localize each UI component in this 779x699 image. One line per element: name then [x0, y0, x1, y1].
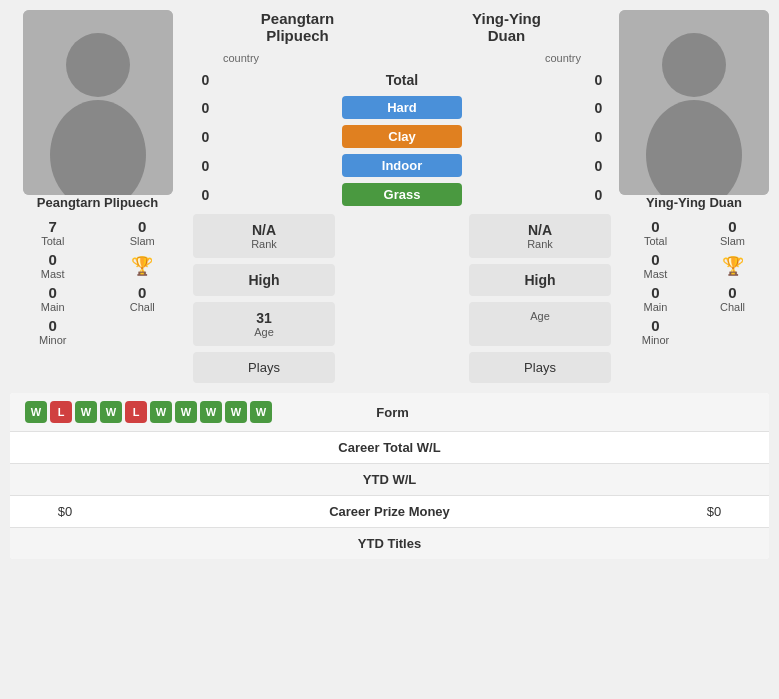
center-col: Peangtarn Plipuech Ying-Ying Duan countr… — [193, 10, 611, 383]
right-country-flag: country — [545, 52, 581, 64]
right-total-value: 0 — [651, 218, 659, 235]
left-main-value: 0 — [49, 284, 57, 301]
trophy-icon-left: 🏆 — [131, 255, 153, 277]
left-rank-lbl: Rank — [205, 238, 323, 250]
form-badge-6: W — [175, 401, 197, 423]
right-total-stat: 0 Total — [619, 218, 692, 247]
grass-score-row: 0 Grass 0 — [193, 183, 611, 206]
right-player-col: Ying-Ying Duan 0 Total 0 Slam 0 Mast 🏆 — [619, 10, 769, 383]
left-minor-value: 0 — [49, 317, 57, 334]
indoor-score-left: 0 — [193, 158, 218, 174]
grass-btn-wrap: Grass — [218, 183, 586, 206]
form-badge-9: W — [250, 401, 272, 423]
clay-btn-wrap: Clay — [218, 125, 586, 148]
clay-score-right: 0 — [586, 129, 611, 145]
left-player-name-center: Peangtarn Plipuech — [193, 10, 402, 44]
ytd-wl-label: YTD W/L — [105, 472, 674, 487]
indoor-surface-btn[interactable]: Indoor — [342, 154, 462, 177]
form-badge-7: W — [200, 401, 222, 423]
left-minor-stat: 0 Minor — [10, 317, 96, 346]
country-row: country country — [193, 52, 611, 64]
career-total-row: Career Total W/L — [10, 432, 769, 464]
right-minor-stat: 0 Minor — [619, 317, 692, 346]
right-player-avatar — [619, 10, 769, 195]
left-minor-label: Minor — [39, 334, 67, 346]
right-age-box: Age — [469, 302, 611, 346]
left-mast-label: Mast — [41, 268, 65, 280]
form-badge-0: W — [25, 401, 47, 423]
clay-surface-btn[interactable]: Clay — [342, 125, 462, 148]
right-high-val: High — [481, 272, 599, 288]
form-label: Form — [272, 405, 513, 420]
lower-stat-boxes: N/A Rank N/A Rank — [193, 214, 611, 258]
left-total-stat: 7 Total — [10, 218, 96, 247]
age-row: 31 Age Age — [193, 302, 611, 346]
form-badge-4: L — [125, 401, 147, 423]
form-badge-3: W — [100, 401, 122, 423]
right-rank-lbl: Rank — [481, 238, 599, 250]
left-rank-val: N/A — [205, 222, 323, 238]
right-chall-value: 0 — [728, 284, 736, 301]
form-badge-1: L — [50, 401, 72, 423]
left-mast-stat: 0 Mast — [10, 251, 96, 280]
ytd-titles-label: YTD Titles — [105, 536, 674, 551]
center-spacer3 — [343, 302, 461, 346]
main-container: Peangtarn Plipuech 7 Total 0 Slam 0 Mast… — [0, 0, 779, 569]
svg-point-1 — [66, 33, 130, 97]
hard-score-right: 0 — [586, 100, 611, 116]
center-spacer — [343, 214, 461, 258]
prize-money-right: $0 — [674, 504, 754, 519]
left-chall-label: Chall — [130, 301, 155, 313]
right-mast-label: Mast — [644, 268, 668, 280]
clay-score-row: 0 Clay 0 — [193, 125, 611, 148]
right-main-value: 0 — [651, 284, 659, 301]
left-rank-box: N/A Rank — [193, 214, 335, 258]
form-badges: WLWWLWWWWW — [25, 401, 272, 423]
clay-score-left: 0 — [193, 129, 218, 145]
total-score-left: 0 — [193, 72, 218, 88]
left-high-box: High — [193, 264, 335, 296]
left-slam-stat: 0 Slam — [100, 218, 186, 247]
grass-surface-btn[interactable]: Grass — [342, 183, 462, 206]
left-age-box: 31 Age — [193, 302, 335, 346]
hard-score-row: 0 Hard 0 — [193, 96, 611, 119]
right-minor-label: Minor — [642, 334, 670, 346]
right-player-name-center: Ying-Ying Duan — [402, 10, 611, 44]
total-score-right: 0 — [586, 72, 611, 88]
right-slam-stat: 0 Slam — [696, 218, 769, 247]
right-plays-lbl: Plays — [481, 360, 599, 375]
player-comparison-section: Peangtarn Plipuech 7 Total 0 Slam 0 Mast… — [10, 10, 769, 383]
left-player-avatar — [23, 10, 173, 195]
center-names-row: Peangtarn Plipuech Ying-Ying Duan — [193, 10, 611, 44]
center-spacer2 — [343, 264, 461, 296]
left-age-lbl: Age — [205, 326, 323, 338]
right-trophy: 🏆 — [696, 251, 769, 280]
prize-money-row: $0 Career Prize Money $0 — [10, 496, 769, 528]
left-player-stats: 7 Total 0 Slam 0 Mast 🏆 0 Main — [10, 218, 185, 346]
svg-point-4 — [662, 33, 726, 97]
form-badge-5: W — [150, 401, 172, 423]
right-age-lbl: Age — [481, 310, 599, 322]
right-main-label: Main — [644, 301, 668, 313]
right-mast-stat: 0 Mast — [619, 251, 692, 280]
right-slam-label: Slam — [720, 235, 745, 247]
plays-row: Plays Plays — [193, 352, 611, 383]
left-slam-label: Slam — [130, 235, 155, 247]
hard-surface-btn[interactable]: Hard — [342, 96, 462, 119]
form-badge-2: W — [75, 401, 97, 423]
hard-btn-wrap: Hard — [218, 96, 586, 119]
left-slam-value: 0 — [138, 218, 146, 235]
form-badge-8: W — [225, 401, 247, 423]
right-plays-box: Plays — [469, 352, 611, 383]
left-total-label: Total — [41, 235, 64, 247]
left-total-value: 7 — [49, 218, 57, 235]
right-minor-value: 0 — [651, 317, 659, 334]
left-plays-box: Plays — [193, 352, 335, 383]
right-player-stats: 0 Total 0 Slam 0 Mast 🏆 0 Main — [619, 218, 769, 346]
right-main-stat: 0 Main — [619, 284, 692, 313]
prize-money-left: $0 — [25, 504, 105, 519]
left-country-flag: country — [223, 52, 259, 64]
trophy-icon-right: 🏆 — [722, 255, 744, 277]
left-high-val: High — [205, 272, 323, 288]
left-main-label: Main — [41, 301, 65, 313]
